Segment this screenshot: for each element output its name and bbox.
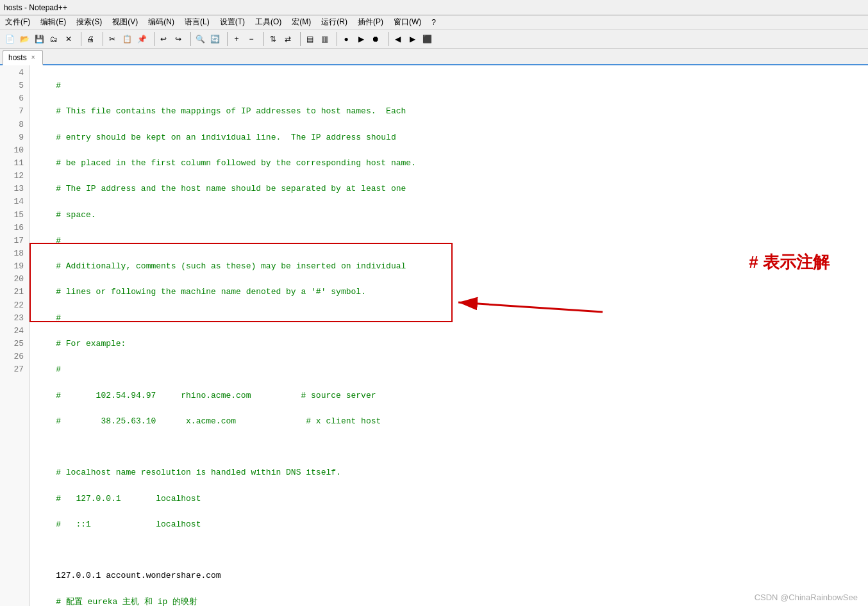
menu-search[interactable]: 搜索(S) — [74, 16, 104, 28]
line-num-23: 23 — [5, 312, 24, 325]
code-editor[interactable]: # # This file contains the mappings of I… — [29, 65, 868, 606]
find-button[interactable]: 🔍 — [193, 32, 207, 46]
line-num-10: 10 — [5, 144, 24, 157]
tab-hosts-label: hosts — [8, 53, 27, 62]
line-num-27: 27 — [5, 363, 24, 376]
save-all-button[interactable]: 🗂 — [47, 32, 61, 46]
code-line-17: # 38.25.63.10 x.acme.com # x client host — [36, 415, 862, 428]
tab-close-icon[interactable]: × — [29, 54, 37, 61]
col-mode-button[interactable]: ▤ — [303, 32, 317, 46]
line-num-17: 17 — [5, 234, 24, 247]
menu-bar: 文件(F) 编辑(E) 搜索(S) 视图(V) 编码(N) 语言(L) 设置(T… — [0, 15, 868, 29]
menu-macro[interactable]: 宏(M) — [289, 16, 313, 28]
code-line-12: # lines or following the machine name de… — [36, 286, 862, 299]
line-num-12: 12 — [5, 170, 24, 183]
tab-bar: hosts × — [0, 49, 868, 65]
code-line-24: # 配置 eureka 主机 和 ip 的映射 — [36, 596, 862, 606]
toolbar-sep-9 — [385, 32, 388, 46]
line-num-22: 22 — [5, 299, 24, 312]
code-line-16: # 102.54.94.97 rhino.acme.com # source s… — [36, 389, 862, 402]
copy-button[interactable]: 📋 — [120, 32, 134, 46]
code-line-21: # ::1 localhost — [36, 518, 862, 531]
sync-scroll2-button[interactable]: ⇄ — [281, 32, 295, 46]
line-num-13: 13 — [5, 183, 24, 195]
editor-area: 4 5 6 7 8 9 10 11 12 13 14 15 16 17 18 1… — [0, 65, 868, 606]
redo-button[interactable]: ↪ — [171, 32, 185, 46]
line-num-15: 15 — [5, 209, 24, 222]
line-num-9: 9 — [5, 131, 24, 144]
menu-tools[interactable]: 工具(O) — [253, 16, 284, 28]
line-num-24: 24 — [5, 325, 24, 338]
code-line-13: # — [36, 312, 862, 325]
menu-language[interactable]: 语言(L) — [182, 16, 212, 28]
menu-plugins[interactable]: 插件(P) — [355, 16, 386, 28]
menu-encode[interactable]: 编码(N) — [146, 16, 177, 28]
menu-window[interactable]: 窗口(W) — [391, 16, 424, 28]
line-numbers: 4 5 6 7 8 9 10 11 12 13 14 15 16 17 18 1… — [0, 65, 29, 606]
undo-button[interactable]: ↩ — [156, 32, 171, 46]
open-button[interactable]: 📂 — [17, 32, 31, 46]
line-num-7: 7 — [5, 105, 24, 118]
sync-scroll-button[interactable]: ⇅ — [266, 32, 280, 46]
menu-run[interactable]: 运行(R) — [319, 16, 350, 28]
toolbar-sep-8 — [333, 32, 337, 46]
csdn-watermark: CSDN @ChinaRainbowSee — [755, 593, 858, 602]
menu-edit[interactable]: 编辑(E) — [38, 16, 69, 28]
code-line-7: # be placed in the first column followed… — [36, 157, 862, 170]
menu-view[interactable]: 视图(V) — [110, 16, 140, 28]
line-num-20: 20 — [5, 273, 24, 286]
line-num-25: 25 — [5, 338, 24, 350]
tab-hosts[interactable]: hosts × — [3, 50, 43, 65]
code-line-9: # space. — [36, 209, 862, 222]
toolbar-sep-3 — [151, 32, 154, 46]
col-mode2-button[interactable]: ▥ — [317, 32, 331, 46]
toolbar-sep-7 — [297, 32, 301, 46]
menu-settings[interactable]: 设置(T) — [217, 16, 247, 28]
code-line-19: # localhost name resolution is handled w… — [36, 466, 862, 479]
macro2-button[interactable]: ▶ — [354, 32, 368, 46]
code-line-22 — [36, 544, 862, 557]
line-num-8: 8 — [5, 119, 24, 131]
line-num-19: 19 — [5, 260, 24, 273]
code-line-23: 127.0.0.1 account.wondershare.com — [36, 569, 862, 582]
macro1-button[interactable]: ● — [339, 32, 353, 46]
toolbar-sep-5 — [224, 32, 228, 46]
macro3-button[interactable]: ⏺ — [369, 32, 383, 46]
code-line-15: # — [36, 363, 862, 376]
menu-file[interactable]: 文件(F) — [3, 16, 33, 28]
toolbar-sep-1 — [78, 32, 81, 46]
toolbar: 📄 📂 💾 🗂 ✕ 🖨 ✂ 📋 📌 ↩ ↪ 🔍 🔄 + − ⇅ ⇄ ▤ ▥ ● … — [0, 29, 868, 49]
extra2-button[interactable]: ▶ — [405, 32, 419, 46]
code-line-18 — [36, 441, 862, 454]
code-line-10: # — [36, 234, 862, 247]
menu-help[interactable]: ? — [429, 17, 438, 28]
extra1-button[interactable]: ◀ — [390, 32, 405, 46]
save-button[interactable]: 💾 — [32, 32, 46, 46]
line-num-26: 26 — [5, 350, 24, 363]
new-button[interactable]: 📄 — [3, 32, 17, 46]
line-num-4: 4 — [5, 67, 24, 79]
code-line-14: # For example: — [36, 338, 862, 350]
cut-button[interactable]: ✂ — [105, 32, 119, 46]
code-line-6: # entry should be kept on an individual … — [36, 131, 862, 144]
code-line-5: # This file contains the mappings of IP … — [36, 105, 862, 118]
paste-button[interactable]: 📌 — [135, 32, 149, 46]
print-button[interactable]: 🖨 — [83, 32, 97, 46]
line-num-16: 16 — [5, 222, 24, 234]
line-num-11: 11 — [5, 157, 24, 170]
toolbar-sep-2 — [99, 32, 103, 46]
zoom-in-button[interactable]: + — [230, 32, 244, 46]
title-bar: hosts - Notepad++ — [0, 0, 868, 15]
line-num-18: 18 — [5, 247, 24, 260]
code-line-8: # The IP address and the host name shoul… — [36, 183, 862, 195]
toolbar-sep-6 — [260, 32, 264, 46]
watermark-text: CSDN @ChinaRainbowSee — [755, 593, 858, 602]
zoom-out-button[interactable]: − — [244, 32, 258, 46]
extra3-button[interactable]: ⬛ — [420, 32, 434, 46]
close-button[interactable]: ✕ — [62, 32, 76, 46]
line-num-6: 6 — [5, 92, 24, 105]
replace-button[interactable]: 🔄 — [208, 32, 222, 46]
toolbar-sep-4 — [187, 32, 191, 46]
line-num-21: 21 — [5, 286, 24, 299]
code-line-11: # Additionally, comments (such as these)… — [36, 260, 862, 273]
